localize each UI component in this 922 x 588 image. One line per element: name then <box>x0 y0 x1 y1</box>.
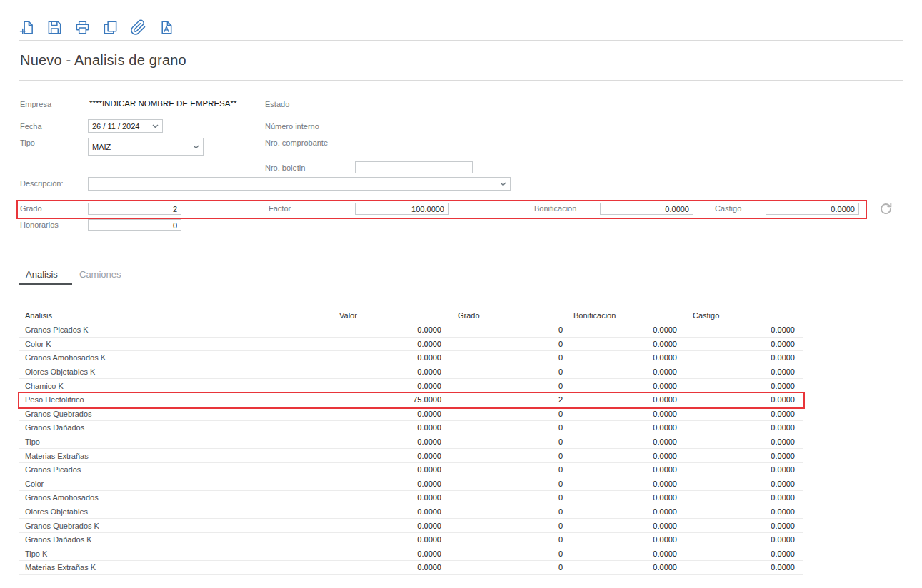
row-bonificacion: 0.0000 <box>563 493 677 502</box>
castigo-label: Castigo <box>715 204 741 213</box>
copy-button[interactable] <box>102 19 119 36</box>
row-analisis: Olores Objetables K <box>19 368 334 376</box>
row-grado: 0 <box>441 480 563 488</box>
row-analisis: Tipo K <box>19 549 334 558</box>
table-row[interactable]: Granos Dañados K 0.0000 0 0.0000 0.0000 <box>19 533 803 547</box>
row-bonificacion: 0.0000 <box>563 395 677 404</box>
new-document-button[interactable] <box>19 19 35 36</box>
text-document-button[interactable] <box>158 19 174 36</box>
print-button[interactable] <box>74 19 91 36</box>
row-castigo: 0.0000 <box>677 340 795 348</box>
row-grado: 0 <box>441 353 563 362</box>
table-row[interactable]: Materias Extrañas K 0.0000 0 0.0000 0.00… <box>19 561 803 575</box>
page-title: Nuevo - Analisis de grano <box>20 52 186 69</box>
row-bonificacion: 0.0000 <box>563 507 677 516</box>
table-row[interactable]: Granos Quebrados K 0.0000 0 0.0000 0.000… <box>19 519 803 533</box>
table-row[interactable]: Olores Objetables 0.0000 0 0.0000 0.0000 <box>19 505 803 519</box>
descripcion-select[interactable] <box>88 177 511 191</box>
row-castigo: 0.0000 <box>677 353 795 362</box>
table-row[interactable]: Granos Amohosados K 0.0000 0 0.0000 0.00… <box>19 351 803 365</box>
row-grado: 0 <box>441 423 563 432</box>
row-valor: 0.0000 <box>334 507 441 516</box>
boletin-underline-mark <box>363 171 406 171</box>
table-row[interactable]: Tipo K 0.0000 0 0.0000 0.0000 <box>19 547 803 562</box>
table-row[interactable]: Granos Quebrados 0.0000 0 0.0000 0.0000 <box>19 407 803 422</box>
attach-button[interactable] <box>130 19 146 36</box>
active-tab-underline <box>19 283 72 285</box>
save-icon <box>46 19 63 36</box>
header-analisis: Analisis <box>25 311 52 320</box>
row-castigo: 0.0000 <box>677 493 795 502</box>
table-row[interactable]: Granos Picados K 0.0000 0 0.0000 0.0000 <box>19 323 803 338</box>
refresh-button[interactable] <box>878 201 893 217</box>
row-analisis: Granos Amohosados K <box>19 353 334 362</box>
row-bonificacion: 0.0000 <box>563 368 677 376</box>
factor-label: Factor <box>269 204 291 213</box>
row-castigo: 0.0000 <box>677 325 795 334</box>
row-bonificacion: 0.0000 <box>563 382 677 390</box>
row-grado: 0 <box>441 493 563 502</box>
row-valor: 0.0000 <box>334 382 441 390</box>
row-bonificacion: 0.0000 <box>563 563 677 572</box>
tipo-label: Tipo <box>20 138 35 147</box>
table-row[interactable]: Materias Extrañas 0.0000 0 0.0000 0.0000 <box>19 449 803 463</box>
row-bonificacion: 0.0000 <box>563 325 677 334</box>
refresh-icon <box>878 201 893 216</box>
row-valor: 0.0000 <box>334 465 441 474</box>
table-row[interactable]: Color 0.0000 0 0.0000 0.0000 <box>19 477 803 492</box>
row-grado: 2 <box>441 395 563 404</box>
print-icon <box>74 19 91 36</box>
row-bonificacion: 0.0000 <box>563 353 677 362</box>
table-row[interactable]: Granos Dañados 0.0000 0 0.0000 0.0000 <box>19 421 803 435</box>
row-analisis: Granos Picados K <box>19 325 334 334</box>
tab-camiones[interactable]: Camiones <box>79 269 121 280</box>
row-analisis: Materias Extrañas K <box>19 563 334 572</box>
header-bonificacion: Bonificacion <box>573 311 616 320</box>
row-castigo: 0.0000 <box>677 480 795 488</box>
header-valor: Valor <box>339 311 357 320</box>
row-analisis: Materias Extrañas <box>19 452 334 460</box>
factor-input[interactable] <box>355 203 449 215</box>
copy-icon <box>102 19 119 36</box>
row-castigo: 0.0000 <box>677 563 795 572</box>
row-valor: 0.0000 <box>334 549 441 558</box>
numero-interno-label: Número interno <box>265 122 319 131</box>
row-grado: 0 <box>441 340 563 348</box>
honorarios-input[interactable] <box>88 219 181 231</box>
row-grado: 0 <box>441 535 563 544</box>
tab-analisis[interactable]: Analisis <box>26 269 58 280</box>
row-grado: 0 <box>441 522 563 530</box>
row-grado: 0 <box>441 563 563 572</box>
tipo-value: MAIZ <box>92 143 111 151</box>
row-castigo: 0.0000 <box>677 382 795 390</box>
tipo-select[interactable]: MAIZ <box>88 138 204 156</box>
text-a-icon <box>158 19 174 36</box>
table-row[interactable]: Granos Amohosados 0.0000 0 0.0000 0.0000 <box>19 491 803 505</box>
header-castigo: Castigo <box>693 311 719 320</box>
bonificacion-input[interactable] <box>600 203 693 215</box>
grado-input[interactable] <box>88 203 181 215</box>
table-row[interactable]: Chamico K 0.0000 0 0.0000 0.0000 <box>19 379 803 393</box>
row-grado: 0 <box>441 465 563 474</box>
row-castigo: 0.0000 <box>677 549 795 558</box>
row-analisis: Granos Dañados <box>19 423 334 432</box>
table-row[interactable]: Granos Picados 0.0000 0 0.0000 0.0000 <box>19 463 803 477</box>
nro-boletin-input[interactable] <box>355 161 473 173</box>
row-bonificacion: 0.0000 <box>563 410 677 418</box>
row-analisis: Granos Quebrados <box>19 410 334 418</box>
empresa-value: ****INDICAR NOMBRE DE EMPRESA** <box>89 99 236 108</box>
toolbar <box>19 19 174 36</box>
fecha-select[interactable]: 26 / 11 / 2024 <box>88 119 163 133</box>
save-button[interactable] <box>46 19 63 36</box>
row-castigo: 0.0000 <box>677 535 795 544</box>
table-row[interactable]: Tipo 0.0000 0 0.0000 0.0000 <box>19 435 803 450</box>
table-row[interactable]: Olores Objetables K 0.0000 0 0.0000 0.00… <box>19 365 803 380</box>
row-analisis: Granos Quebrados K <box>19 522 334 530</box>
row-bonificacion: 0.0000 <box>563 452 677 460</box>
row-valor: 0.0000 <box>334 535 441 544</box>
table-row[interactable]: Peso Hectolitrico 75.0000 2 0.0000 0.000… <box>19 393 803 407</box>
castigo-input[interactable] <box>766 203 859 215</box>
tab-divider <box>19 285 903 285</box>
table-row[interactable]: Color K 0.0000 0 0.0000 0.0000 <box>19 338 803 352</box>
toolbar-divider <box>19 40 903 41</box>
